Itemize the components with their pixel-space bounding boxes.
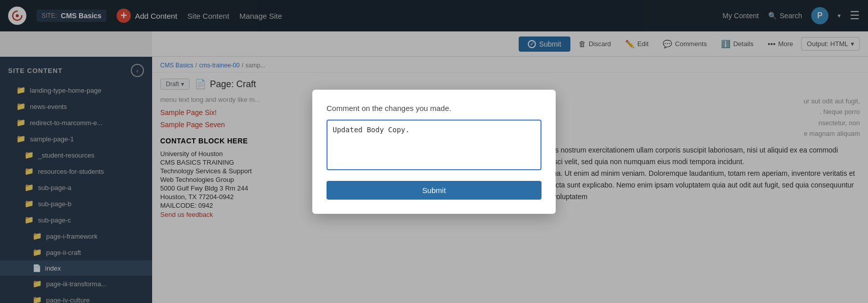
- modal-label: Comment on the changes you made.: [327, 104, 541, 112]
- modal-overlay: Comment on the changes you made. Updated…: [0, 0, 868, 303]
- comment-textarea[interactable]: Updated Body Copy.: [327, 120, 541, 170]
- modal-submit-button[interactable]: Submit: [327, 181, 541, 200]
- submit-comment-modal: Comment on the changes you made. Updated…: [312, 90, 556, 214]
